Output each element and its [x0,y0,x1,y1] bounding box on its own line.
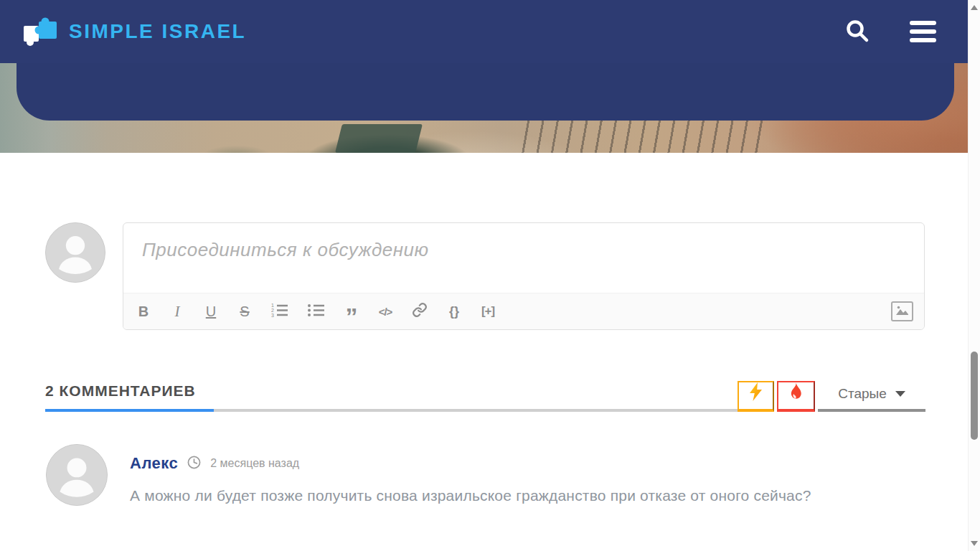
blockquote-button[interactable]: ” [344,301,359,322]
lightning-bolt-icon [749,382,763,403]
svg-text:3: 3 [271,313,274,317]
sort-order-dropdown[interactable]: Старые [818,386,925,412]
flame-icon [788,382,804,403]
sort-most-reacted-tab[interactable] [738,381,774,412]
attach-image-button[interactable] [891,301,913,321]
post-card-bottom [17,63,954,121]
comment-form: Присоединиться к обсуждению B I U S 1 2 … [45,222,925,330]
comment-text: А можно ли будет позже получить снова из… [130,482,811,509]
site-logo[interactable]: SIMPLE ISRAEL [22,14,246,49]
clock-icon [187,456,201,472]
scroll-down-arrow[interactable] [971,541,978,546]
italic-button[interactable]: I [170,301,184,322]
comment-editor: Присоединиться к обсуждению B I U S 1 2 … [123,222,925,330]
sort-hottest-tab[interactable] [777,381,815,412]
search-icon [845,19,870,45]
caret-down-icon [895,391,905,397]
puzzle-logo-icon [22,14,59,49]
unordered-list-button[interactable] [308,301,325,322]
comment-input[interactable]: Присоединиться к обсуждению [123,223,924,293]
unordered-list-icon [308,303,325,321]
comments-count-heading: 2 КОММЕНТАРИЕВ [45,382,214,412]
code-block-button[interactable]: {} [447,301,461,322]
bold-button[interactable]: B [136,301,151,322]
comment-meta: Алекс 2 месяцев назад [130,454,811,473]
strikethrough-button[interactable]: S [237,301,252,322]
underline-button[interactable]: U [204,301,218,322]
link-button[interactable] [412,301,428,322]
inline-code-button[interactable]: </> [378,301,392,322]
header-actions [845,19,936,45]
svg-text:1: 1 [271,303,274,308]
menu-button[interactable] [910,21,936,42]
ordered-list-button[interactable]: 1 2 3 [271,301,288,322]
comment-timestamp: 2 месяцев назад [210,457,299,470]
hero-section [0,63,968,153]
editor-toolbar: B I U S 1 2 3 [123,293,924,329]
ordered-list-icon: 1 2 3 [271,303,288,321]
comment-body: Алекс 2 месяцев назад А можно ли будет п… [130,444,811,509]
comment-item: Алекс 2 месяцев назад А можно ли будет п… [46,444,925,509]
comment-input-placeholder: Присоединиться к обсуждению [142,239,429,260]
commenter-avatar [46,444,108,506]
comment-author-link[interactable]: Алекс [130,454,178,473]
search-button[interactable] [845,19,870,45]
hamburger-icon [910,21,936,42]
scroll-up-arrow[interactable] [971,5,978,10]
image-icon [895,303,909,319]
spoiler-button[interactable]: [+] [481,301,495,322]
svg-text:2: 2 [271,308,274,313]
page: SIMPLE ISRAEL [0,0,968,551]
current-user-avatar [45,222,105,283]
scrollbar-thumb[interactable] [971,352,978,440]
brand-title: SIMPLE ISRAEL [69,20,246,43]
tabs-divider [214,409,738,412]
link-icon [412,302,428,321]
scrollbar[interactable] [968,0,980,551]
comments-header: 2 КОММЕНТАРИЕВ [45,381,925,412]
sort-order-label: Старые [838,386,887,402]
photo-detail-structure [335,124,423,153]
site-header: SIMPLE ISRAEL [0,0,968,63]
